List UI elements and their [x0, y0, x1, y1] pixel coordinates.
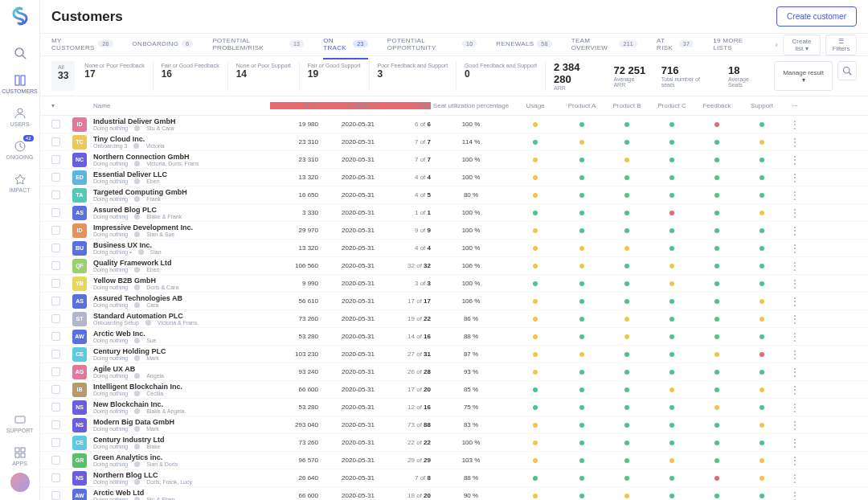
col-seats[interactable]: Seats [375, 102, 431, 109]
col-expand[interactable]: ▾ [51, 102, 72, 109]
col-renews[interactable]: Renews ↓ [318, 102, 375, 109]
col-support[interactable]: Support [739, 102, 784, 109]
row-actions[interactable]: ⋮ [784, 154, 805, 166]
row-actions[interactable]: ⋮ [784, 207, 805, 219]
col-product-c[interactable]: Product C [649, 102, 694, 109]
col-seat-util[interactable]: Seat utilization percentage [431, 102, 511, 109]
tab-scroll-right[interactable]: › [776, 40, 778, 49]
table-row[interactable]: TCTiny Cloud Inc.Onboarding 3Victoria23 … [40, 133, 868, 151]
segment-filter[interactable]: Good Feedback and Support0 [465, 61, 546, 91]
col-more[interactable]: ⋯ [784, 102, 805, 109]
manage-result-button[interactable]: Manage result ▾ [774, 61, 833, 91]
tab-potential-problem-risk[interactable]: POTENTIAL PROBLEM/RISK13 [212, 31, 304, 59]
cell-seat-util: 100 % [431, 174, 511, 181]
segment-filter[interactable]: All33 [51, 61, 75, 91]
col-feedback[interactable]: Feedback [694, 102, 739, 109]
sidebar-search[interactable] [0, 40, 40, 68]
table-row[interactable]: NSNew Blockchain Inc.Doing nothingBlake … [40, 399, 868, 416]
segment-filter[interactable]: Poor Feedback and Support3 [378, 61, 457, 91]
row-actions[interactable]: ⋮ [784, 296, 805, 307]
cell-seats: 17 of 20 [375, 386, 431, 393]
tab-at-risk[interactable]: AT RISK37 [657, 31, 694, 59]
table-row[interactable]: CECentury Holding PLCDoing nothingMark10… [40, 346, 868, 363]
row-checkbox [51, 314, 60, 323]
row-actions[interactable]: ⋮ [784, 137, 805, 148]
table-row[interactable]: NSNorthern Blog LLCDoing nothingDoris, F… [40, 469, 868, 487]
col-name[interactable]: Name [93, 102, 270, 109]
table-row[interactable]: NSModern Big Data GmbHDoing nothingMark2… [40, 416, 868, 434]
tab-my-customers[interactable]: MY CUSTOMERS28 [51, 31, 113, 59]
row-actions[interactable]: ⋮ [784, 225, 805, 236]
table-row[interactable]: TATargeted Computing GmbHDoing nothingFr… [40, 186, 868, 204]
create-list-button[interactable]: Create list ▾ [783, 35, 821, 55]
cell-seats: 29 of 29 [375, 457, 431, 464]
table-row[interactable]: CECentury Industry LtdDoing nothingBlake… [40, 434, 868, 452]
table-row[interactable]: EDEssential Deliver LLCDoing nothingEben… [40, 169, 868, 186]
sidebar-item-ongoing[interactable]: ONGOING42 [0, 133, 40, 166]
row-actions[interactable]: ⋮ [784, 260, 805, 272]
sidebar-item-customers[interactable]: CUSTOMERS [0, 68, 40, 100]
row-actions[interactable]: ⋮ [784, 367, 805, 378]
segment-filter[interactable]: Fair or Good Feedback16 [162, 61, 228, 91]
segment-filter[interactable]: Fair or Good Support19 [308, 61, 370, 91]
row-actions[interactable]: ⋮ [784, 314, 805, 325]
more-lists[interactable]: 19 MORE LISTS [713, 31, 755, 59]
table-row[interactable]: IDIndustrial Deliver GmbHDoing nothingSt… [40, 116, 868, 133]
segment-filter[interactable]: None or Poor Feedback17 [84, 61, 153, 91]
filters-button[interactable]: ☰ Filters [825, 35, 857, 55]
sidebar-item-support[interactable]: SUPPORT [0, 407, 40, 440]
row-actions[interactable]: ⋮ [784, 473, 805, 484]
table-row[interactable]: ASAssured Technologies ABDoing nothingCa… [40, 293, 868, 310]
customer-owners: Cecilia [146, 391, 163, 396]
cell-arr: 29 970 [270, 227, 318, 234]
table-row[interactable]: AWArctic Web Inc.Doing nothingSue53 2802… [40, 328, 868, 346]
table-row[interactable]: STStandard Automation PLCOnboarding Setu… [40, 310, 868, 328]
row-actions[interactable]: ⋮ [784, 437, 805, 449]
row-actions[interactable]: ⋮ [784, 349, 805, 360]
table-search-button[interactable] [837, 61, 857, 80]
row-actions[interactable]: ⋮ [784, 190, 805, 201]
table-row[interactable]: AGAgile UX ABDoing nothingAngela93 24020… [40, 363, 868, 381]
row-actions[interactable]: ⋮ [784, 455, 805, 466]
col-product-b[interactable]: Product B [604, 102, 649, 109]
col-product-a[interactable]: Product A [559, 102, 604, 109]
row-actions[interactable]: ⋮ [784, 420, 805, 431]
row-actions[interactable]: ⋮ [784, 278, 805, 289]
row-actions[interactable]: ⋮ [784, 243, 805, 254]
person-icon [134, 161, 140, 166]
cell-seats: 1 of 1 [375, 209, 431, 216]
row-actions[interactable]: ⋮ [784, 402, 805, 413]
row-actions[interactable]: ⋮ [784, 331, 805, 342]
col-arr[interactable]: ARR [270, 102, 318, 109]
row-actions[interactable]: ⋮ [784, 384, 805, 395]
tab-on-track[interactable]: ON TRACK23 [323, 31, 367, 59]
svg-rect-10 [21, 453, 25, 457]
row-actions[interactable]: ⋮ [784, 490, 805, 501]
cell-renews: 2020-05-31 [318, 227, 375, 234]
table-row[interactable]: GRGreen Analytics inc.Doing nothingSian … [40, 452, 868, 469]
row-actions[interactable]: ⋮ [784, 172, 805, 183]
table-row[interactable]: IDImpressive Development Inc.Doing nothi… [40, 222, 868, 240]
customer-owners: Frank [146, 196, 161, 202]
table-row[interactable]: NCNorthern Connection GmbHDoing nothingV… [40, 151, 868, 169]
table-row[interactable]: IBIntelligent Blockchain Inc.Doing nothi… [40, 381, 868, 399]
segment-filter[interactable]: None or Poor Support14 [236, 61, 300, 91]
cell-seats: 32 of 32 [375, 262, 431, 269]
sidebar-item-apps[interactable]: APPS [0, 440, 40, 473]
table-row[interactable]: AWArctic Web LtdDoing nothingStu & Eben6… [40, 487, 868, 500]
table-row[interactable]: YBYellow B2B GmbHDoing nothingDoris & Ca… [40, 275, 868, 293]
table-row[interactable]: BUBusiness UX Inc.Doing nothing •Sian13 … [40, 240, 868, 257]
tab-onboarding[interactable]: ONBOARDING6 [133, 34, 194, 55]
table-row[interactable]: QFQuality Framework LtdDoing nothingEben… [40, 257, 868, 275]
col-usage[interactable]: Usage [511, 102, 559, 109]
sidebar-item-impact[interactable]: IMPACT [0, 166, 40, 199]
sidebar-item-users[interactable]: USERS [0, 100, 40, 133]
table-row[interactable]: ASAssured Blog PLCDoing nothingBlake & F… [40, 204, 868, 222]
user-avatar[interactable] [10, 473, 30, 492]
create-customer-button[interactable]: Create customer [776, 6, 857, 27]
tab-renewals[interactable]: RENEWALS58 [496, 34, 551, 55]
row-actions[interactable]: ⋮ [784, 119, 805, 130]
tab-potential-opportunity[interactable]: POTENTIAL OPPORTUNITY10 [387, 31, 477, 59]
cell-arr: 106 560 [270, 262, 318, 269]
tab-team-overview[interactable]: TEAM OVERVIEW211 [571, 31, 637, 59]
